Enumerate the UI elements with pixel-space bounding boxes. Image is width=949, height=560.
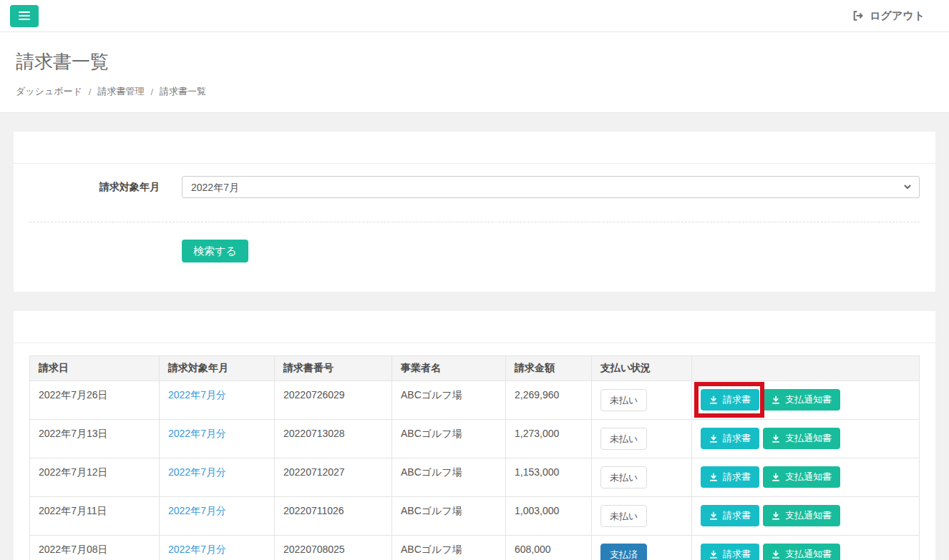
invoice-button-wrap: 請求書 — [701, 428, 759, 449]
invoice-date-cell: 2022年7月13日 — [30, 420, 160, 458]
actions-cell: 請求書支払通知書 — [692, 381, 920, 420]
download-icon — [709, 550, 718, 559]
invoice-list-panel-header — [14, 311, 935, 343]
invoice-number-cell: 20220713028 — [275, 420, 392, 458]
invoice-date-cell: 2022年7月11日 — [30, 497, 160, 536]
payment-status-badge: 支払済 — [600, 544, 647, 560]
target-month-link[interactable]: 2022年7月分 — [168, 505, 226, 516]
billing-month-label: 請求対象年月 — [29, 181, 182, 194]
search-button[interactable]: 検索する — [182, 240, 248, 262]
actions-cell: 請求書支払通知書 — [692, 420, 920, 458]
invoice-number-cell: 20220708025 — [275, 536, 392, 560]
invoice-table-body: 2022年7月26日2022年7月分20220726029ABCゴルフ場2,26… — [30, 381, 920, 560]
invoice-button-label: 請求書 — [723, 393, 751, 406]
download-icon — [709, 396, 718, 404]
breadcrumb-separator: / — [150, 87, 153, 97]
target-month-link[interactable]: 2022年7月分 — [168, 428, 226, 439]
payment-status-cell: 未払い — [592, 458, 692, 497]
column-header: 請求日 — [30, 356, 160, 381]
notice-button-label: 支払通知書 — [785, 393, 832, 406]
download-invoice-button[interactable]: 請求書 — [701, 389, 759, 411]
notice-button-label: 支払通知書 — [785, 509, 832, 522]
target-month-cell: 2022年7月分 — [160, 381, 275, 420]
target-month-cell: 2022年7月分 — [160, 497, 275, 536]
business-name-cell: ABCゴルフ場 — [392, 536, 506, 560]
amount-cell: 2,269,960 — [506, 381, 592, 420]
target-month-link[interactable]: 2022年7月分 — [168, 544, 226, 555]
download-invoice-button[interactable]: 請求書 — [701, 544, 759, 560]
actions-cell: 請求書支払通知書 — [692, 497, 920, 536]
business-name-cell: ABCゴルフ場 — [392, 420, 506, 458]
amount-cell: 608,000 — [506, 536, 592, 560]
download-invoice-button[interactable]: 請求書 — [701, 505, 759, 526]
target-month-cell: 2022年7月分 — [160, 536, 275, 560]
invoice-button-label: 請求書 — [723, 509, 751, 522]
download-invoice-button[interactable]: 請求書 — [701, 428, 759, 449]
download-payment-notice-button[interactable]: 支払通知書 — [763, 505, 840, 526]
invoice-number-cell: 20220726029 — [275, 381, 392, 420]
table-row: 2022年7月26日2022年7月分20220726029ABCゴルフ場2,26… — [30, 381, 920, 420]
breadcrumb-separator: / — [89, 87, 92, 97]
logout-button[interactable]: ログアウト — [852, 9, 925, 23]
page-header: 請求書一覧 ダッシュボード/請求書管理/請求書一覧 — [0, 32, 949, 113]
payment-status-cell: 未払い — [592, 420, 692, 458]
payment-status-badge: 未払い — [600, 389, 647, 411]
business-name-cell: ABCゴルフ場 — [392, 381, 506, 420]
column-header — [692, 356, 920, 381]
table-row: 2022年7月13日2022年7月分20220713028ABCゴルフ場1,27… — [30, 420, 920, 458]
payment-status-cell: 支払済 — [592, 536, 692, 560]
amount-cell: 1,273,000 — [506, 420, 592, 458]
download-icon — [772, 550, 780, 559]
search-panel-header — [14, 132, 935, 164]
table-row: 2022年7月12日2022年7月分20220712027ABCゴルフ場1,15… — [30, 458, 920, 497]
amount-cell: 1,153,000 — [506, 458, 592, 497]
download-icon — [772, 434, 780, 443]
breadcrumb-item[interactable]: 請求書管理 — [97, 85, 144, 98]
invoice-list-panel: 請求日請求対象年月請求書番号事業者名請求金額支払い状況 2022年7月26日20… — [14, 311, 935, 560]
amount-cell: 1,003,000 — [506, 497, 592, 536]
invoice-date-cell: 2022年7月26日 — [30, 381, 160, 420]
download-icon — [709, 473, 718, 481]
download-payment-notice-button[interactable]: 支払通知書 — [763, 428, 840, 449]
notice-button-label: 支払通知書 — [785, 432, 832, 445]
download-payment-notice-button[interactable]: 支払通知書 — [763, 389, 840, 411]
invoice-table: 請求日請求対象年月請求書番号事業者名請求金額支払い状況 2022年7月26日20… — [29, 355, 920, 560]
download-payment-notice-button[interactable]: 支払通知書 — [763, 466, 840, 488]
top-navbar: ログアウト — [0, 0, 949, 32]
payment-status-badge: 未払い — [600, 505, 647, 527]
notice-button-label: 支払通知書 — [785, 548, 832, 560]
column-header: 請求書番号 — [275, 356, 392, 381]
download-icon — [772, 396, 780, 404]
breadcrumb-item[interactable]: ダッシュボード — [16, 85, 82, 98]
actions-cell: 請求書支払通知書 — [692, 458, 920, 497]
target-month-cell: 2022年7月分 — [160, 420, 275, 458]
download-icon — [772, 511, 780, 520]
search-panel-body: 請求対象年月 2022年7月 検索する — [14, 164, 935, 292]
invoice-date-cell: 2022年7月08日 — [30, 536, 160, 560]
invoice-button-label: 請求書 — [723, 471, 751, 483]
column-header: 請求対象年月 — [160, 356, 275, 381]
invoice-list-panel-body: 請求日請求対象年月請求書番号事業者名請求金額支払い状況 2022年7月26日20… — [14, 343, 935, 560]
target-month-cell: 2022年7月分 — [160, 458, 275, 497]
billing-month-select[interactable]: 2022年7月 — [182, 176, 920, 198]
notice-button-label: 支払通知書 — [785, 471, 832, 483]
invoice-button-wrap: 請求書 — [701, 505, 759, 526]
payment-status-badge: 未払い — [600, 466, 647, 488]
invoice-date-cell: 2022年7月12日 — [30, 458, 160, 497]
business-name-cell: ABCゴルフ場 — [392, 497, 506, 536]
download-payment-notice-button[interactable]: 支払通知書 — [763, 544, 840, 560]
column-header: 請求金額 — [506, 356, 592, 381]
sidebar-toggle-button[interactable] — [10, 5, 39, 27]
divider — [29, 222, 920, 222]
target-month-link[interactable]: 2022年7月分 — [168, 466, 226, 478]
invoice-button-label: 請求書 — [723, 432, 751, 445]
invoice-number-cell: 20220711026 — [275, 497, 392, 536]
download-icon — [709, 511, 718, 520]
target-month-link[interactable]: 2022年7月分 — [168, 389, 226, 401]
invoice-button-wrap: 請求書 — [701, 389, 759, 411]
invoice-button-label: 請求書 — [723, 548, 751, 560]
download-invoice-button[interactable]: 請求書 — [701, 466, 759, 488]
sign-out-icon — [852, 10, 864, 21]
logout-label: ログアウト — [870, 9, 925, 23]
breadcrumb: ダッシュボード/請求書管理/請求書一覧 — [16, 85, 933, 98]
